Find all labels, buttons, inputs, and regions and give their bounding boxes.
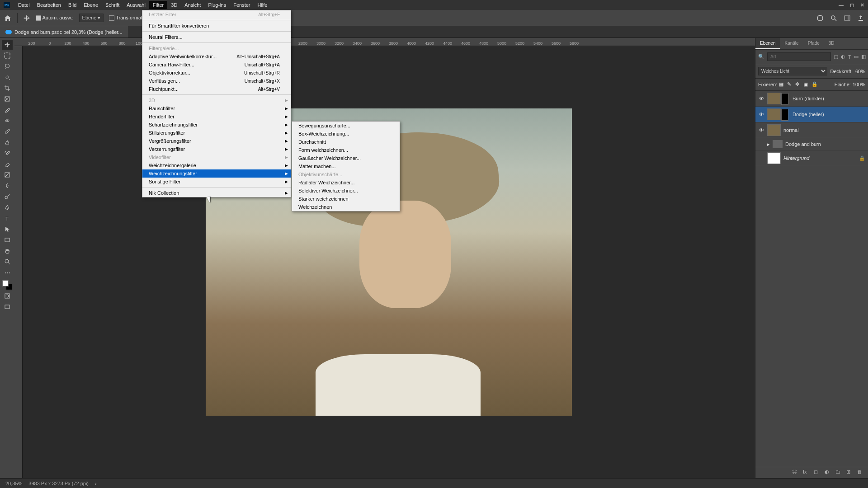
layer-row[interactable]: 👁 normal bbox=[755, 122, 868, 138]
submenu-box-blur[interactable]: Box-Weichzeichnung... bbox=[292, 130, 400, 138]
adjustment-layer-icon[interactable]: ◐ bbox=[825, 469, 832, 476]
submenu-blur-more[interactable]: Stärker weichzeichnen bbox=[292, 195, 400, 203]
layer-row[interactable]: 👁 Dodge (heller) bbox=[755, 107, 868, 122]
menu-sharpen[interactable]: Scharfzeichnungsfilter▶ bbox=[142, 121, 291, 129]
lock-transparency-icon[interactable]: ▦ bbox=[779, 81, 785, 88]
tab-pfade[interactable]: Pfade bbox=[803, 38, 824, 49]
healing-brush-tool[interactable] bbox=[2, 116, 13, 126]
opacity-value[interactable]: 60% bbox=[855, 69, 865, 74]
visibility-icon[interactable]: 👁 bbox=[758, 112, 764, 117]
brush-tool[interactable] bbox=[2, 127, 13, 136]
menu-magnify[interactable]: Vergrößerungsfilter▶ bbox=[142, 137, 291, 145]
group-icon[interactable]: 🗀 bbox=[835, 469, 843, 476]
menu-ansicht[interactable]: Ansicht bbox=[181, 1, 204, 9]
color-swatches[interactable] bbox=[2, 280, 12, 290]
menu-3d[interactable]: 3D bbox=[167, 1, 181, 9]
toolbar-more[interactable]: ⋯ bbox=[2, 267, 13, 277]
layer-mask-icon[interactable]: ◻ bbox=[814, 469, 821, 476]
new-layer-icon[interactable]: ⊞ bbox=[846, 469, 854, 476]
menu-noise[interactable]: Rauschfilter▶ bbox=[142, 104, 291, 113]
submenu-shape-blur[interactable]: Form weichzeichnen... bbox=[292, 146, 400, 154]
menu-blur-filters[interactable]: Weichzeichnungsfilter▶ bbox=[142, 169, 291, 178]
filter-type-icon[interactable]: T bbox=[848, 53, 851, 61]
screen-mode-icon[interactable] bbox=[2, 302, 13, 312]
submenu-radial-blur[interactable]: Radialer Weichzeichner... bbox=[292, 178, 400, 187]
workspace-icon[interactable] bbox=[844, 14, 851, 22]
visibility-icon[interactable]: 👁 bbox=[758, 127, 764, 133]
submenu-matte[interactable]: Matter machen... bbox=[292, 162, 400, 170]
menu-plugins[interactable]: Plug-ins bbox=[204, 1, 230, 9]
menu-last-filter[interactable]: Letzter FilterAlt+Strg+F bbox=[142, 10, 291, 19]
search-icon[interactable] bbox=[830, 14, 837, 22]
layer-filter-input[interactable] bbox=[767, 52, 831, 61]
menu-smart-convert[interactable]: Für Smartfilter konvertieren bbox=[142, 22, 291, 30]
tab-ebenen[interactable]: Ebenen bbox=[755, 38, 780, 49]
submenu-blur[interactable]: Weichzeichnen bbox=[292, 203, 400, 211]
menu-datei[interactable]: Datei bbox=[14, 1, 33, 9]
gradient-tool[interactable] bbox=[2, 170, 13, 180]
eraser-tool[interactable] bbox=[2, 159, 13, 169]
auto-select-check[interactable]: Autom. ausw.: bbox=[36, 15, 74, 21]
home-icon[interactable] bbox=[4, 14, 12, 22]
menu-bild[interactable]: Bild bbox=[65, 1, 80, 9]
menu-ebene[interactable]: Ebene bbox=[80, 1, 102, 9]
maximize-icon[interactable]: ◻ bbox=[850, 2, 854, 8]
menu-filter-gallery[interactable]: Filtergalerie... bbox=[142, 44, 291, 52]
menu-other-filters[interactable]: Sonstige Filter▶ bbox=[142, 178, 291, 186]
type-tool[interactable]: T bbox=[2, 213, 13, 223]
document-tab[interactable]: Dodge and burn.psdc bei 20,3% (Dodge (he… bbox=[0, 26, 128, 38]
pen-tool[interactable] bbox=[2, 202, 13, 212]
marquee-tool[interactable] bbox=[2, 51, 13, 61]
filter-image-icon[interactable]: ▢ bbox=[834, 53, 838, 61]
menu-filter[interactable]: Filter bbox=[149, 1, 167, 9]
tab-3d[interactable]: 3D bbox=[824, 38, 839, 49]
minimize-icon[interactable]: — bbox=[839, 2, 844, 8]
blend-mode-dropdown[interactable]: Weiches Licht bbox=[758, 67, 827, 75]
layer-row[interactable]: 👁 Burn (dunkler) bbox=[755, 91, 868, 107]
menu-vanishing-point[interactable]: Fluchtpunkt...Alt+Strg+V bbox=[142, 85, 291, 93]
dodge-tool[interactable] bbox=[2, 192, 13, 202]
share-icon[interactable] bbox=[857, 14, 864, 22]
submenu-lens-blur[interactable]: Objektivunschärfe... bbox=[292, 170, 400, 178]
menu-stylize[interactable]: Stilisierungsfilter▶ bbox=[142, 129, 291, 137]
menu-nik-collection[interactable]: Nik Collection▶ bbox=[142, 189, 291, 197]
move-tool[interactable] bbox=[2, 40, 13, 50]
eyedropper-tool[interactable] bbox=[2, 105, 13, 115]
menu-wide-angle[interactable]: Adaptive Weitwinkelkorrektur...Alt+Umsch… bbox=[142, 52, 291, 61]
menu-camera-raw[interactable]: Camera Raw-Filter...Umschalt+Strg+A bbox=[142, 61, 291, 69]
link-layers-icon[interactable]: ⌘ bbox=[792, 469, 799, 476]
submenu-selective-blur[interactable]: Selektiver Weichzeichner... bbox=[292, 187, 400, 195]
submenu-motion-blur[interactable]: Bewegungsunschärfe... bbox=[292, 122, 400, 130]
menu-3d-filter[interactable]: 3D▶ bbox=[142, 96, 291, 104]
lock-pixels-icon[interactable]: ✎ bbox=[787, 81, 793, 88]
crop-tool[interactable] bbox=[2, 83, 13, 93]
canvas[interactable] bbox=[23, 46, 755, 478]
visibility-icon[interactable]: 👁 bbox=[758, 96, 764, 101]
layer-style-icon[interactable]: fx bbox=[803, 469, 810, 476]
path-select-tool[interactable] bbox=[2, 224, 13, 234]
rectangle-tool[interactable] bbox=[2, 235, 13, 245]
menu-lens-correction[interactable]: Objektivkorrektur...Umschalt+Strg+R bbox=[142, 69, 291, 77]
cloud-docs-icon[interactable] bbox=[816, 14, 824, 22]
tab-kanale[interactable]: Kanäle bbox=[780, 38, 803, 49]
menu-distort[interactable]: Verzerrungsfilter▶ bbox=[142, 145, 291, 153]
lock-position-icon[interactable]: ✥ bbox=[795, 81, 802, 88]
lasso-tool[interactable] bbox=[2, 61, 13, 71]
blur-tool[interactable] bbox=[2, 181, 13, 191]
menu-fenster[interactable]: Fenster bbox=[230, 1, 254, 9]
submenu-gaussian-blur[interactable]: Gaußscher Weichzeichner... bbox=[292, 154, 400, 162]
menu-video[interactable]: Videofilter▶ bbox=[142, 153, 291, 161]
menu-schrift[interactable]: Schrift bbox=[102, 1, 123, 9]
auto-select-dropdown[interactable]: Ebene ▾ bbox=[79, 14, 104, 22]
filter-smart-icon[interactable]: ◧ bbox=[861, 53, 866, 61]
menu-auswahl[interactable]: Auswahl bbox=[123, 1, 149, 9]
menu-render[interactable]: Renderfilter▶ bbox=[142, 113, 291, 121]
lock-all-icon[interactable]: 🔒 bbox=[811, 81, 818, 88]
clone-stamp-tool[interactable] bbox=[2, 137, 13, 147]
frame-tool[interactable] bbox=[2, 94, 13, 104]
move-tool-icon[interactable] bbox=[23, 14, 30, 22]
filter-shape-icon[interactable]: ▭ bbox=[854, 53, 859, 61]
submenu-average[interactable]: Durchschnitt bbox=[292, 138, 400, 146]
layer-row[interactable]: Hintergrund 🔒 bbox=[755, 150, 868, 166]
menu-hilfe[interactable]: Hilfe bbox=[254, 1, 271, 9]
